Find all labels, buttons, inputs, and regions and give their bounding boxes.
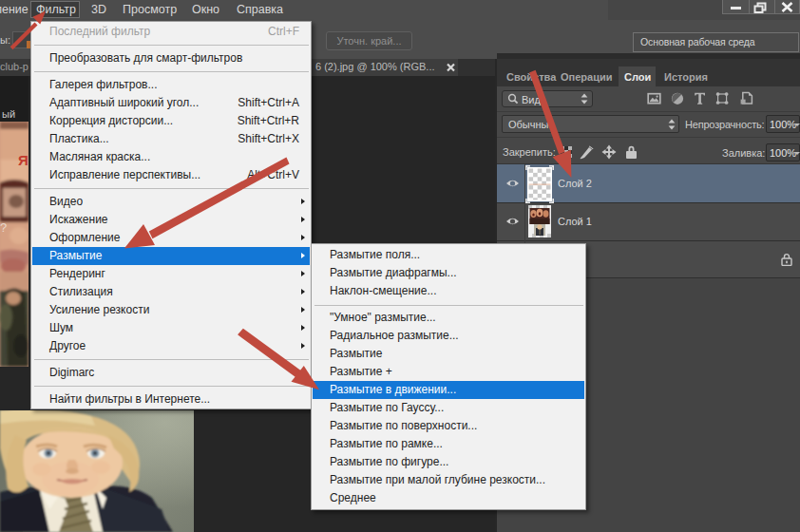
svg-text:?: ? (0, 220, 7, 235)
svg-text:Я: Я (18, 152, 29, 168)
